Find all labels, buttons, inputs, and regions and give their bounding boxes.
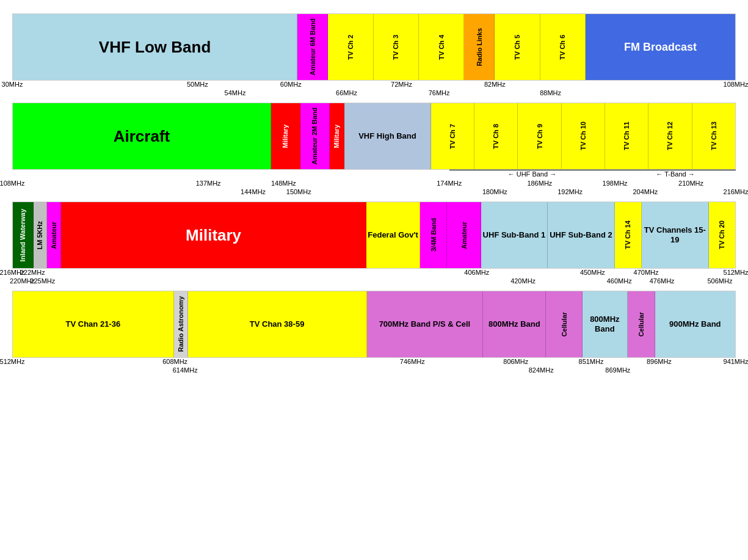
segment-label-3-8: 900MHz Band — [669, 319, 721, 329]
freq-label-2-10: 506MHz — [707, 277, 732, 285]
segment-2-11: TV Ch 20 — [709, 202, 735, 268]
freq-label-1-12: 216MHz — [724, 188, 748, 195]
segment-label-0-3: TV Ch 3 — [392, 35, 399, 60]
freq-label-3-6: 851MHz — [579, 358, 604, 365]
segment-label-2-9: TV Ch 14 — [624, 220, 631, 249]
segment-label-2-2: Amateur — [50, 222, 57, 249]
segment-label-2-4: Federal Gov't — [368, 230, 418, 240]
segment-label-1-5: TV Ch 7 — [449, 124, 456, 149]
freq-label-2-9: 476MHz — [650, 277, 675, 285]
segment-label-1-2: Amateur 2M Band — [311, 107, 318, 165]
freq-label-3-5: 824MHz — [529, 366, 554, 374]
segment-3-1: Radio Astronomy — [174, 291, 188, 357]
freq-label-0-0: 30MHz — [2, 81, 23, 88]
segment-1-8: TV Ch 10 — [562, 103, 605, 169]
segment-0-2: TV Ch 2 — [328, 14, 373, 80]
segment-2-2: Amateur — [47, 202, 61, 268]
segment-label-3-0: TV Chan 21-36 — [66, 319, 121, 329]
segment-label-1-8: TV Ch 10 — [579, 122, 587, 150]
segment-label-3-7: Cellular — [637, 312, 645, 336]
freq-label-0-2: 54MHz — [225, 89, 246, 96]
segment-3-2: TV Chan 38-59 — [188, 291, 367, 357]
segment-label-2-3: Military — [186, 226, 241, 245]
segment-label-3-1: Radio Astronomy — [177, 296, 184, 352]
segment-label-2-5: 3/4M Band — [430, 218, 437, 252]
segment-label-2-0: Inland Waterway — [19, 209, 26, 261]
segment-1-2: Amateur 2M Band — [300, 103, 330, 169]
segment-1-10: TV Ch 12 — [648, 103, 692, 169]
segment-2-4: Federal Gov't — [366, 202, 420, 268]
segment-label-0-6: TV Ch 5 — [514, 35, 521, 60]
segment-label-1-9: TV Ch 11 — [623, 122, 630, 150]
band-row-2: AircraftMilitaryAmateur 2M BandMilitaryV… — [12, 103, 736, 198]
freq-label-1-6: 180MHz — [482, 188, 507, 195]
segment-label-3-6: 800MHz Band — [583, 315, 627, 333]
segment-label-0-5: Radio Links — [476, 28, 483, 66]
freq-label-3-2: 614MHz — [173, 366, 198, 374]
freq-label-1-11: 210MHz — [678, 180, 703, 187]
segment-label-0-8: FM Broadcast — [624, 41, 697, 54]
freq-label-2-5: 420MHz — [510, 277, 536, 285]
freq-label-2-8: 470MHz — [634, 269, 659, 276]
tband-arrow: ← T-Band → — [615, 170, 736, 178]
segment-label-0-4: TV Ch 4 — [438, 35, 445, 60]
segment-1-1: Military — [271, 103, 300, 169]
freq-label-1-3: 148MHz — [271, 180, 296, 187]
segment-1-5: TV Ch 7 — [431, 103, 474, 169]
segment-3-7: Cellular — [628, 291, 655, 357]
freq-label-3-9: 941MHz — [724, 358, 748, 365]
freq-label-0-7: 82MHz — [484, 81, 506, 88]
segment-3-0: TV Chan 21-36 — [13, 291, 174, 357]
segment-3-8: 900MHz Band — [655, 291, 735, 357]
segment-label-1-4: VHF High Band — [358, 131, 416, 141]
segment-label-2-11: TV Ch 20 — [718, 220, 725, 249]
freq-label-3-3: 746MHz — [400, 358, 425, 365]
segment-3-5: Cellular — [546, 291, 582, 357]
segment-label-2-10: TV Channels 15-19 — [642, 225, 708, 244]
segment-2-5: 3/4M Band — [420, 202, 447, 268]
segment-label-2-7: UHF Sub-Band 1 — [483, 230, 546, 240]
segment-1-7: TV Ch 9 — [518, 103, 561, 169]
freq-label-0-1: 50MHz — [187, 81, 208, 88]
segment-label-2-6: Amateur — [460, 222, 468, 249]
freq-label-1-1: 137MHz — [196, 180, 221, 187]
segment-2-6: Amateur — [447, 202, 481, 268]
segment-0-0: VHF Low Band — [13, 14, 297, 80]
freq-label-0-6: 76MHz — [429, 89, 450, 96]
segment-3-6: 800MHz Band — [583, 291, 628, 357]
freq-label-0-9: 108MHz — [724, 81, 748, 88]
segment-1-9: TV Ch 11 — [605, 103, 648, 169]
segment-label-0-0: VHF Low Band — [99, 38, 211, 57]
segment-0-6: TV Ch 5 — [495, 14, 540, 80]
segment-1-0: Aircraft — [13, 103, 271, 169]
segment-label-1-7: TV Ch 9 — [536, 124, 543, 149]
segment-0-1: Amateur 6M Band — [297, 14, 328, 80]
freq-label-2-3: 225MHz — [30, 277, 55, 285]
segment-label-1-0: Aircraft — [114, 127, 170, 146]
freq-label-1-2: 144MHz — [241, 188, 266, 195]
segment-2-9: TV Ch 14 — [615, 202, 642, 268]
segment-label-0-2: TV Ch 2 — [347, 35, 354, 60]
segment-0-4: TV Ch 4 — [419, 14, 464, 80]
segment-label-1-6: TV Ch 8 — [492, 124, 499, 149]
freq-label-2-6: 450MHz — [580, 269, 605, 276]
segment-label-3-2: TV Chan 38-59 — [250, 319, 305, 329]
freq-label-0-3: 60MHz — [280, 81, 302, 88]
uhf-band-arrow: ← UHF Band → — [449, 170, 615, 178]
freq-label-0-4: 66MHz — [336, 89, 357, 96]
band-row-4: TV Chan 21-36Radio AstronomyTV Chan 38-5… — [12, 291, 736, 376]
freq-label-1-4: 150MHz — [286, 188, 311, 195]
freq-label-2-7: 460MHz — [607, 277, 632, 285]
segment-3-4: 800MHz Band — [483, 291, 546, 357]
segment-label-3-5: Cellular — [561, 312, 568, 336]
segment-0-5: Radio Links — [464, 14, 495, 80]
segment-1-4: VHF High Band — [344, 103, 431, 169]
freq-label-0-8: 88MHz — [540, 89, 561, 96]
freq-label-1-5: 174MHz — [437, 180, 462, 187]
segment-2-3: Military — [61, 202, 366, 268]
segment-1-11: TV Ch 13 — [692, 103, 735, 169]
freq-label-1-7: 186MHz — [527, 180, 552, 187]
segment-1-3: Military — [330, 103, 344, 169]
freq-label-2-2: 222MHz — [20, 269, 45, 276]
freq-label-3-4: 806MHz — [503, 358, 528, 365]
